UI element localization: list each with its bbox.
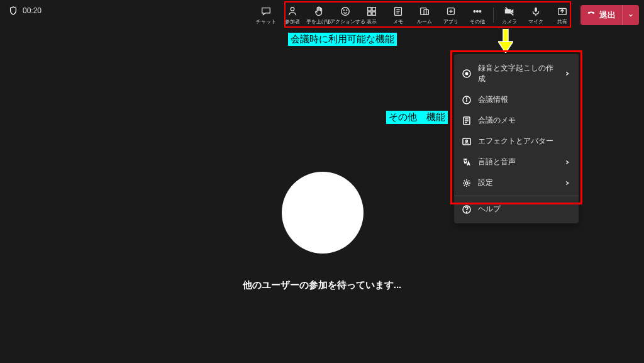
language-icon bbox=[462, 157, 472, 167]
svg-point-26 bbox=[465, 72, 469, 75]
more-icon bbox=[472, 6, 483, 17]
grid-icon bbox=[366, 6, 377, 17]
more-options-menu: 録音と文字起こしの作成 会議情報 会議のメモ エフェクトとアバター 言語と音声 bbox=[454, 54, 579, 223]
people-icon bbox=[287, 6, 298, 17]
menu-item-meeting-info[interactable]: 会議情報 bbox=[454, 89, 579, 110]
chat-button[interactable]: チャット bbox=[253, 3, 279, 28]
waiting-message: 他のユーザーの参加を待っています... bbox=[0, 279, 644, 291]
svg-point-1 bbox=[341, 7, 350, 15]
menu-item-help[interactable]: ヘルプ bbox=[454, 199, 579, 220]
svg-point-17 bbox=[474, 10, 475, 12]
svg-point-29 bbox=[467, 98, 467, 98]
mic-icon bbox=[530, 6, 541, 17]
menu-item-settings[interactable]: 設定 bbox=[454, 172, 579, 193]
chevron-right-icon bbox=[564, 70, 571, 77]
apps-button[interactable]: アプリ bbox=[438, 3, 464, 28]
svg-rect-6 bbox=[368, 11, 371, 14]
hand-icon bbox=[313, 6, 325, 17]
participants-button[interactable]: 参加者 bbox=[279, 3, 306, 28]
rooms-button[interactable]: ルーム bbox=[411, 3, 438, 28]
menu-item-effects-avatar[interactable]: エフェクトとアバター bbox=[454, 131, 579, 152]
svg-rect-7 bbox=[372, 11, 375, 14]
menu-item-meeting-notes[interactable]: 会議のメモ bbox=[454, 110, 579, 131]
view-button[interactable]: 表示 bbox=[358, 3, 385, 28]
meeting-toolbar: チャット 参加者 手を上げる リアクションする 表示 bbox=[253, 3, 639, 28]
svg-rect-4 bbox=[368, 7, 371, 10]
chat-icon bbox=[260, 6, 272, 17]
note-icon bbox=[392, 6, 404, 17]
phone-icon bbox=[587, 9, 596, 21]
timer-section: 00:20 bbox=[5, 3, 45, 19]
shield-icon bbox=[9, 6, 18, 15]
annotation-toolbar-label: 会議時に利用可能な機能 bbox=[288, 33, 397, 46]
menu-item-record-transcribe[interactable]: 録音と文字起こしの作成 bbox=[454, 58, 579, 89]
svg-point-38 bbox=[467, 211, 467, 212]
annotation-menu-label: その他 機能 bbox=[386, 111, 448, 124]
gear-icon bbox=[462, 178, 472, 188]
effects-icon bbox=[462, 137, 472, 147]
mic-button[interactable]: マイク bbox=[523, 3, 549, 28]
svg-point-3 bbox=[347, 9, 347, 10]
chevron-right-icon bbox=[564, 179, 571, 187]
notes-button[interactable]: メモ bbox=[385, 3, 411, 28]
menu-divider bbox=[454, 196, 579, 196]
svg-rect-24 bbox=[503, 29, 508, 43]
info-icon bbox=[462, 95, 472, 105]
toolbar-divider bbox=[493, 8, 494, 23]
leave-dropdown[interactable] bbox=[622, 5, 639, 25]
chevron-right-icon bbox=[564, 159, 571, 166]
room-icon bbox=[419, 6, 430, 17]
apps-icon bbox=[445, 6, 457, 17]
svg-rect-5 bbox=[372, 7, 375, 10]
leave-button-group: 退出 bbox=[580, 5, 639, 25]
svg-rect-22 bbox=[535, 7, 537, 11]
chevron-down-icon bbox=[628, 12, 634, 18]
react-button[interactable]: リアクションする bbox=[332, 3, 358, 28]
share-button[interactable]: 共有 bbox=[549, 3, 575, 28]
notes-icon bbox=[462, 116, 472, 126]
menu-item-language-audio[interactable]: 言語と音声 bbox=[454, 152, 579, 172]
svg-rect-12 bbox=[421, 8, 426, 14]
svg-point-35 bbox=[466, 140, 468, 142]
svg-point-18 bbox=[477, 10, 479, 12]
meeting-timer: 00:20 bbox=[23, 6, 42, 15]
svg-point-0 bbox=[291, 7, 294, 10]
svg-point-19 bbox=[479, 10, 481, 12]
share-icon bbox=[557, 6, 568, 17]
svg-point-2 bbox=[343, 9, 344, 10]
camera-button[interactable]: カメラ bbox=[496, 3, 523, 28]
more-button[interactable]: その他 bbox=[464, 3, 491, 28]
leave-button[interactable]: 退出 bbox=[580, 5, 622, 25]
camera-off-icon bbox=[504, 6, 515, 17]
avatar-placeholder bbox=[282, 172, 364, 254]
help-icon bbox=[462, 204, 472, 215]
svg-point-36 bbox=[465, 182, 468, 184]
record-icon bbox=[462, 69, 472, 79]
annotation-yellow-arrow bbox=[498, 29, 513, 55]
emoji-icon bbox=[340, 6, 351, 17]
leave-label: 退出 bbox=[599, 9, 616, 21]
